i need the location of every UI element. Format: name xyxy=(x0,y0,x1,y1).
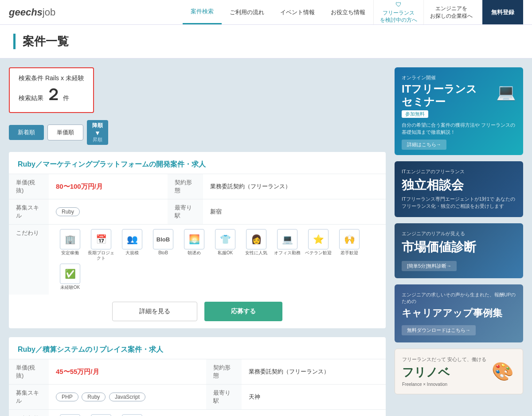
casual-dress-icon: 👕 xyxy=(215,229,235,249)
banner-consultation-sub: ITエンジニアのフリーランス xyxy=(402,168,516,175)
banner-event-label: オンライン開催 xyxy=(402,74,516,81)
unit-price-label-1: 単価(税抜) xyxy=(9,359,49,385)
banner-seminar-btn[interactable]: 詳細はこちら→ xyxy=(402,140,446,150)
search-summary-box: 検索条件 Rails x 未経験 検索結果 ２ 件 xyxy=(9,67,94,113)
icon-item: 👕 私服OK xyxy=(87,414,115,416)
job-details-0: 単価(税抜) 80〜100万円/月 契約形態 業務委託契約（フリーランス） 募集… xyxy=(9,174,386,295)
btob-icon: BloB xyxy=(153,229,173,249)
banner-consultation-desc: ITフリーランス専門エージェントが1対1で あなたのフリーランス化・独立のご相談… xyxy=(402,195,516,210)
nav-item-flow[interactable]: ご利用の流れ xyxy=(222,0,272,24)
contract-label-1: 契約形態 xyxy=(206,359,242,385)
banner-furinobe-desc: Freelance × Innovation xyxy=(402,382,486,387)
commitment-icons-1: BloB BtoB 👕 私服OK 🙌 若手歓迎 xyxy=(56,414,379,416)
sort-price-button[interactable]: 単価順 xyxy=(47,124,83,140)
content-layout: 検索条件 Rails x 未経験 検索結果 ２ 件 新着順 単価順 降順 ▼ 昇… xyxy=(9,67,523,416)
unit-price-value-1: 45〜55万円/月 xyxy=(49,359,206,385)
btob-icon-2: BloB xyxy=(60,414,80,416)
long-project-icon: 📅 xyxy=(91,229,111,249)
skill-label-1: 募集スキル xyxy=(9,385,49,410)
nav-item-engineer[interactable]: エンジニアを お探しの企業様へ xyxy=(423,0,479,24)
icon-item: 🏢 安定稼働 xyxy=(56,229,84,261)
contract-value-1: 業務委託契約（フリーランス） xyxy=(242,359,386,385)
page-content: 検索条件 Rails x 未経験 検索結果 ２ 件 新着順 単価順 降順 ▼ 昇… xyxy=(0,58,532,416)
banner-market-title: 市場価値診断 xyxy=(402,239,516,256)
sort-asc-label: 昇順 xyxy=(93,136,102,143)
office-work-icon: 💻 xyxy=(277,229,297,249)
nav-item-search[interactable]: 案件検索 xyxy=(183,0,222,24)
apply-button-0[interactable]: 応募する xyxy=(204,302,282,321)
station-value-1: 天神 xyxy=(242,385,386,410)
job-title-1[interactable]: Ruby／積算システムのリプレイス案件・求人 xyxy=(9,337,386,359)
icon-item: 📅 長期プロジェクト xyxy=(87,229,115,261)
search-condition-text: 検索条件 Rails x 未経験 xyxy=(19,74,84,82)
sort-bar: 新着順 単価順 降順 ▼ 昇順 xyxy=(9,120,386,145)
sort-desc-asc-toggle[interactable]: 降順 ▼ 昇順 xyxy=(87,120,108,145)
icon-item: ✅ 未経験OK xyxy=(56,264,84,290)
nav-item-useful[interactable]: お役立ち情報 xyxy=(323,0,373,24)
casual-dress-icon-2: 👕 xyxy=(91,414,111,416)
nav-freelance-icon: 🛡 xyxy=(395,0,402,9)
job-title-0[interactable]: Ruby／マーケティングプラットフォームの開発案件・求人 xyxy=(9,152,386,174)
page-title: 案件一覧 xyxy=(13,34,519,49)
icon-item: BloB BtoB xyxy=(56,414,84,416)
icon-item: ⭐ ベテラン歓迎 xyxy=(304,229,332,261)
table-row: こだわり 🏢 安定稼働 📅 長期プロジェクト xyxy=(9,225,386,295)
icon-item: 👩 女性に人気 xyxy=(242,229,270,261)
banner-market-btn[interactable]: [簡単5分]無料診断→ xyxy=(402,261,457,271)
icon-item: BloB BtoB xyxy=(149,229,177,261)
unit-price-value-0: 80〜100万円/月 xyxy=(49,174,168,199)
banner-seminar[interactable]: オンライン開催 ITフリーランスセミナー 参加無料 💻 自分の希望に合う案件の獲… xyxy=(395,67,523,155)
banner-market-value[interactable]: エンジニアのリアルが見える 市場価値診断 [簡単5分]無料診断→ xyxy=(395,223,523,278)
detail-button-0[interactable]: 詳細を見る xyxy=(112,302,197,321)
contract-label-0: 契約形態 xyxy=(168,174,203,199)
job-card-1: Ruby／積算システムのリプレイス案件・求人 単価(税抜) 45〜55万円/月 … xyxy=(9,337,386,416)
icon-item: 👥 大規模 xyxy=(118,229,146,261)
banner-seminar-tag: 参加無料 xyxy=(402,110,428,118)
banner-furinobe[interactable]: フリーランスだって 安心して、働ける フリノベ Freelance × Inno… xyxy=(395,349,523,394)
icon-item: 👕 私服OK xyxy=(211,229,239,261)
banner-career-title: キャリアアップ事例集 xyxy=(402,307,516,320)
logo[interactable]: geechs job xyxy=(9,7,55,18)
unit-price-label-0: 単価(税抜) xyxy=(9,174,49,199)
young-welcome-icon-2: 🙌 xyxy=(122,414,142,416)
skill-label-0: 募集スキル xyxy=(9,199,49,225)
veteran-welcome-icon: ⭐ xyxy=(308,229,329,249)
search-result-text: 検索結果 ２ 件 xyxy=(19,84,84,106)
banner-furinobe-title: フリノベ xyxy=(402,365,486,380)
station-value-0: 新宿 xyxy=(203,199,386,225)
sort-new-button[interactable]: 新着順 xyxy=(9,125,44,140)
nav-item-event[interactable]: イベント情報 xyxy=(272,0,323,24)
nav-item-freelance[interactable]: 🛡 フリーランス を検討中の方へ xyxy=(373,0,423,24)
sidebar: オンライン開催 ITフリーランスセミナー 参加無料 💻 自分の希望に合う案件の獲… xyxy=(395,67,523,416)
main-nav: 案件検索 ご利用の流れ イベント情報 お役立ち情報 🛡 フリーランス を検討中の… xyxy=(183,0,523,24)
skill-value-1: PHP Ruby JavaScript xyxy=(49,385,206,410)
banner-consultation[interactable]: ITエンジニアのフリーランス 独立相談会 ITフリーランス専門エージェントが1対… xyxy=(395,161,523,217)
banner-furinobe-sub: フリーランスだって 安心して、働ける xyxy=(402,356,486,363)
banner-career[interactable]: エンジニアの求しいその声から生まれた、報酬UPのための キャリアアップ事例集 無… xyxy=(395,284,523,342)
search-count-number: ２ xyxy=(45,84,61,106)
skill-value-0: Ruby xyxy=(49,199,168,225)
chevron-down-icon: ▼ xyxy=(94,129,101,136)
table-row: 単価(税抜) 45〜55万円/月 契約形態 業務委託契約（フリーランス） xyxy=(9,359,386,385)
main-column: 検索条件 Rails x 未経験 検索結果 ２ 件 新着順 単価順 降順 ▼ 昇… xyxy=(9,67,386,416)
contract-value-0: 業務委託契約（フリーランス） xyxy=(203,174,386,199)
logo-job: job xyxy=(43,7,55,18)
icon-item: 🌅 朝遅め xyxy=(180,229,208,261)
logo-geechs: geechs xyxy=(9,7,43,18)
commitment-icons-0: 🏢 安定稼働 📅 長期プロジェクト 👥 大規模 xyxy=(56,229,379,290)
nav-register-button[interactable]: 無料登録 xyxy=(482,0,523,24)
page-title-bar: 案件一覧 xyxy=(0,25,532,58)
banner-seminar-desc: 自分の希望に合う案件の獲得方法や フリーランスの基礎知識まで徹底解説！ xyxy=(402,121,516,136)
icon-item: 💻 オフィス勤務 xyxy=(273,229,301,261)
late-morning-icon: 🌅 xyxy=(184,229,204,249)
job-details-1: 単価(税抜) 45〜55万円/月 契約形態 業務委託契約（フリーランス） 募集ス… xyxy=(9,359,386,416)
table-row: こだわり BloB BtoB 👕 私服OK xyxy=(9,410,386,416)
banner-career-sub: エンジニアの求しいその声から生まれた、報酬UPのための xyxy=(402,292,516,305)
young-welcome-icon: 🙌 xyxy=(339,229,360,249)
banner-seminar-title: ITフリーランスセミナー xyxy=(402,83,477,109)
banner-consultation-title: 独立相談会 xyxy=(402,177,516,194)
banner-career-btn[interactable]: 無料ダウンロードはこちら→ xyxy=(402,325,476,335)
inexperienced-ok-icon: ✅ xyxy=(60,264,80,284)
table-row: 募集スキル Ruby 最寄り駅 新宿 xyxy=(9,199,386,225)
banner-market-sub: エンジニアのリアルが見える xyxy=(402,230,516,237)
